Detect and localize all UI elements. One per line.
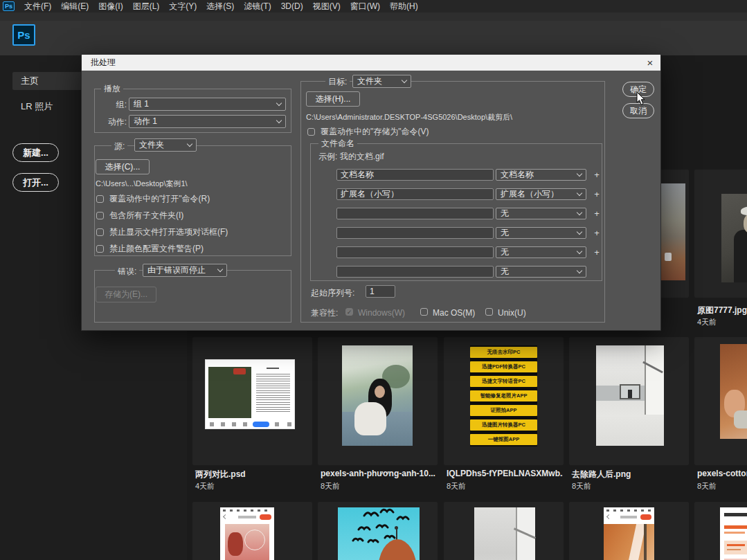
- naming-select-3[interactable]: 无: [496, 208, 586, 219]
- nav-title-bar: [238, 516, 256, 518]
- dialog-title-bar[interactable]: [82, 55, 660, 71]
- save-as-button[interactable]: 存储为(E)...: [96, 287, 156, 302]
- ferris-photo: [225, 524, 269, 560]
- thumbnail-orange-text-page: [720, 507, 747, 560]
- destination-select[interactable]: 文件夹: [352, 75, 411, 88]
- menu-type[interactable]: 文字(Y): [169, 0, 197, 12]
- open-button[interactable]: 打开...: [12, 173, 59, 192]
- destination-select-value: 文件夹: [357, 75, 382, 87]
- file-card[interactable]: [318, 502, 438, 560]
- override-open-checkbox[interactable]: [96, 195, 104, 203]
- source-choose-button[interactable]: 选择(C)...: [96, 159, 150, 174]
- error-select-value: 由于错误而停止: [147, 264, 206, 276]
- destination-choose-button[interactable]: 选择(H)...: [306, 91, 360, 107]
- file-card[interactable]: [694, 170, 747, 298]
- sidebar-item-lr-photos[interactable]: LR 照片: [21, 98, 53, 116]
- red-structure: [228, 532, 243, 556]
- menu-window[interactable]: 窗口(W): [350, 0, 380, 12]
- file-card[interactable]: 无痕去水印PC 迅捷PDF转换器PC 迅捷文字转语音PC 智能修复老照片APP …: [444, 337, 564, 465]
- menu-help[interactable]: 帮助(H): [390, 0, 418, 12]
- white-shirt: [354, 402, 386, 435]
- file-naming-legend: 文件命名: [318, 138, 357, 148]
- menu-file[interactable]: 文件(F): [24, 0, 51, 12]
- menu-image[interactable]: 图像(I): [98, 0, 123, 12]
- naming-select-6[interactable]: 无: [496, 266, 586, 278]
- sidebar-item-home[interactable]: 主页: [21, 72, 39, 90]
- compat-macos-checkbox[interactable]: [420, 308, 428, 316]
- naming-select-2[interactable]: 扩展名（小写）: [496, 188, 586, 200]
- serial-label: 起始序列号:: [311, 287, 354, 299]
- override-open-label: 覆盖动作中的"打开"命令(R): [109, 192, 210, 205]
- doc-icon: [221, 422, 225, 426]
- daisy-photo: [208, 367, 251, 418]
- naming-field-5[interactable]: [336, 246, 494, 258]
- compat-unix-label: Unix(U): [498, 307, 526, 319]
- menu-filter[interactable]: 滤镜(T): [244, 0, 271, 12]
- menu-select[interactable]: 选择(S): [206, 0, 234, 12]
- suppress-open-dialogs-checkbox[interactable]: [96, 228, 104, 236]
- close-icon[interactable]: ×: [642, 57, 658, 69]
- file-card[interactable]: [192, 502, 312, 560]
- doc-icon: [287, 422, 291, 426]
- file-card[interactable]: [569, 337, 689, 465]
- add-naming-row-button[interactable]: +: [592, 208, 602, 219]
- naming-select-3-value: 无: [501, 208, 509, 219]
- photoshop-window: Ps 文件(F) 编辑(E) 图像(I) 图层(L) 文字(Y) 选择(S) 滤…: [0, 0, 747, 560]
- include-subfolders-checkbox[interactable]: [96, 212, 104, 219]
- file-card[interactable]: [444, 502, 564, 560]
- naming-example: 示例: 我的文档.gif: [318, 150, 384, 163]
- add-naming-row-button[interactable]: +: [592, 188, 602, 200]
- yellow-list-item: 迅捷文字转语音PC: [470, 376, 537, 387]
- file-name: IQLPDhs5-fYPEhLNASXMwb...: [447, 469, 563, 478]
- naming-select-4[interactable]: 无: [496, 227, 586, 239]
- file-card[interactable]: [318, 337, 438, 465]
- naming-select-5[interactable]: 无: [496, 246, 586, 258]
- compat-windows-checkbox[interactable]: ✓: [345, 308, 353, 316]
- source-label: 源:: [111, 140, 127, 152]
- naming-field-3[interactable]: [336, 208, 494, 219]
- file-card[interactable]: [694, 502, 747, 560]
- menu-edit[interactable]: 编辑(E): [61, 0, 89, 12]
- add-naming-row-button[interactable]: +: [592, 246, 602, 258]
- ps-app-icon[interactable]: Ps: [3, 1, 15, 11]
- file-age: 8天前: [321, 481, 340, 491]
- override-saveas-checkbox[interactable]: [307, 128, 315, 136]
- file-card[interactable]: [569, 502, 689, 560]
- thumbnail-phone-ui: [604, 507, 654, 560]
- compat-unix-checkbox[interactable]: [485, 308, 493, 316]
- file-card[interactable]: [192, 337, 312, 465]
- menu-layer[interactable]: 图层(L): [133, 0, 160, 12]
- text-heading-bar: [267, 368, 279, 369]
- error-select[interactable]: 由于错误而停止: [143, 264, 227, 277]
- add-naming-row-button[interactable]: +: [592, 169, 602, 181]
- compat-windows-label: Windows(W): [358, 307, 405, 319]
- file-name: pexels-anh-phương-anh-10...: [321, 469, 435, 478]
- suppress-color-warnings-checkbox[interactable]: [96, 245, 104, 253]
- orange-pill: [260, 514, 271, 520]
- thumbnail-yellow-list: 无痕去水印PC 迅捷PDF转换器PC 迅捷文字转语音PC 智能修复老照片APP …: [470, 345, 537, 446]
- doc-icon: [232, 422, 236, 426]
- menu-view[interactable]: 视图(V): [313, 0, 341, 12]
- new-button[interactable]: 新建...: [12, 143, 59, 162]
- naming-select-1[interactable]: 文档名称: [496, 169, 586, 181]
- file-age: 8天前: [572, 481, 591, 491]
- serial-input[interactable]: [366, 285, 395, 298]
- group-select[interactable]: 组 1: [129, 98, 286, 111]
- naming-select-4-value: 无: [501, 227, 509, 239]
- suppress-open-dialogs-label: 禁止显示文件打开选项对话框(F): [109, 226, 228, 238]
- source-select-value: 文件夹: [139, 139, 164, 151]
- chevron-down-icon: [577, 249, 582, 254]
- add-naming-row-button[interactable]: +: [592, 227, 602, 239]
- file-card[interactable]: [694, 337, 747, 465]
- action-label: 动作:: [97, 116, 127, 128]
- naming-field-2[interactable]: [336, 188, 494, 200]
- naming-select-1-value: 文档名称: [501, 169, 534, 181]
- menu-3d[interactable]: 3D(D): [281, 0, 303, 12]
- orange-text-bar: [727, 544, 745, 546]
- doc-icon: [275, 422, 279, 426]
- naming-field-4[interactable]: [336, 227, 494, 239]
- naming-field-1[interactable]: [336, 169, 494, 181]
- naming-field-6[interactable]: [336, 266, 494, 278]
- source-select[interactable]: 文件夹: [134, 138, 197, 152]
- action-select[interactable]: 动作 1: [129, 115, 286, 128]
